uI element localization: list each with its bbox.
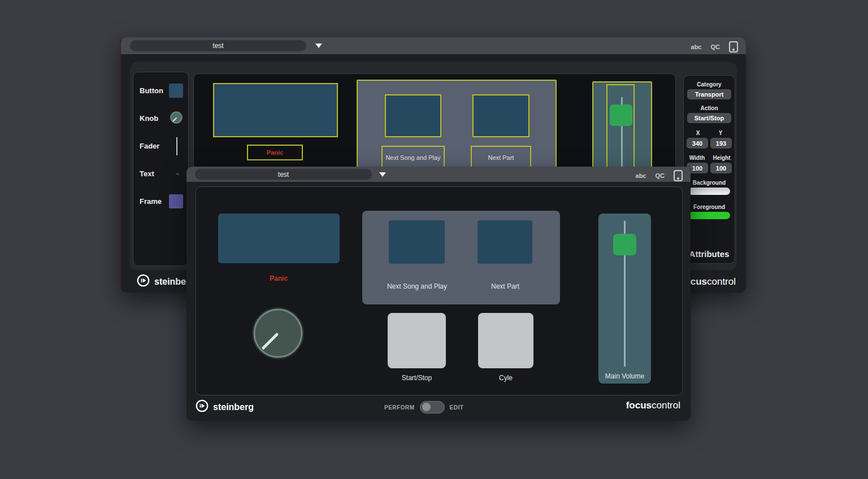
preset-dropdown[interactable]: test	[195, 169, 372, 180]
qc-button[interactable]: QC	[656, 172, 665, 179]
knob-element-icon	[170, 111, 183, 127]
palette-item-knob[interactable]: Knob	[133, 104, 188, 132]
mode-toggle-knob[interactable]	[422, 403, 431, 411]
next-part-label: Next Part	[488, 154, 514, 161]
next-part-button-element[interactable]	[472, 94, 530, 137]
product-name-bold: focus	[626, 400, 652, 411]
foreground-label: Foreground	[684, 204, 735, 210]
y-label: Y	[711, 130, 730, 136]
start-stop-label: Start/Stop	[376, 374, 457, 382]
perform-window: test abc QC Panic Next	[186, 167, 691, 421]
cycle-label: Cyle	[467, 374, 545, 382]
next-song-button-element[interactable]	[385, 94, 441, 137]
preset-name: test	[212, 42, 223, 50]
panic-text-element[interactable]: Panic	[247, 145, 303, 160]
frame-element-icon	[169, 194, 183, 208]
mode-toggle-switch[interactable]	[420, 401, 445, 413]
palette-item-button[interactable]: Button	[133, 77, 188, 104]
edit-mode-label: EDIT	[450, 404, 464, 411]
abc-button[interactable]: abc	[691, 43, 702, 50]
palette-label: Button	[140, 86, 163, 95]
panic-button[interactable]	[218, 214, 340, 263]
palette-item-fader[interactable]: Fader	[133, 132, 188, 160]
palette-item-text[interactable]: Text ~	[133, 160, 188, 188]
product-name-light: control	[707, 276, 736, 287]
perform-mode-label: PERFORM	[384, 404, 415, 411]
height-field[interactable]: 100	[710, 163, 732, 173]
element-palette: Button Knob Fader Text ~	[133, 72, 189, 266]
background-label: Background	[684, 180, 735, 186]
steinberg-logo-icon	[137, 274, 150, 289]
preset-dropdown[interactable]: test	[130, 40, 306, 51]
next-part-button[interactable]	[478, 220, 532, 264]
panic-label: Panic	[222, 275, 335, 282]
next-song-label: Next Song and Play	[368, 282, 466, 290]
focuscontrol-wordmark: focuscontrol	[626, 400, 680, 411]
foreground-color-swatch[interactable]	[688, 212, 730, 219]
device-icon[interactable]	[729, 41, 738, 53]
category-field[interactable]: Transport	[687, 89, 731, 99]
knob-control[interactable]	[251, 306, 305, 363]
product-name-light: control	[652, 400, 680, 411]
mode-toggle-group: PERFORM EDIT	[384, 401, 463, 413]
panic-button-element[interactable]	[213, 83, 338, 137]
width-label: Width	[684, 155, 710, 161]
attributes-title: Attributes	[684, 249, 735, 259]
palette-label: Frame	[140, 197, 162, 206]
button-element-icon	[169, 84, 183, 98]
perform-canvas: Panic Next Song and Play Next Part Start…	[196, 186, 683, 395]
text-element-icon: ~	[176, 171, 179, 177]
fader-handle[interactable]	[613, 234, 636, 255]
edit-titlebar[interactable]: test abc QC	[121, 37, 746, 54]
x-label: X	[688, 130, 708, 136]
palette-label: Knob	[140, 114, 158, 123]
y-field[interactable]: 193	[710, 138, 732, 149]
transport-frame: Next Song and Play Next Part	[362, 211, 560, 304]
fader-element-icon	[176, 137, 177, 155]
preset-name: test	[278, 171, 289, 178]
next-song-button[interactable]	[389, 220, 445, 264]
background-color-swatch[interactable]	[688, 188, 730, 195]
steinberg-logo-icon	[196, 399, 209, 415]
qc-button[interactable]: QC	[711, 43, 721, 50]
palette-item-frame[interactable]: Frame	[133, 188, 188, 215]
main-volume-label: Main Volume	[598, 372, 651, 380]
perform-titlebar[interactable]: test abc QC	[186, 167, 691, 182]
category-label: Category	[684, 81, 735, 88]
start-stop-button[interactable]	[388, 313, 446, 368]
action-field[interactable]: Start/Stop	[687, 113, 731, 123]
preset-dropdown-caret[interactable]	[315, 43, 322, 48]
steinberg-wordmark: steinberg	[213, 402, 254, 412]
steinberg-brand: steinberg	[196, 399, 254, 415]
next-part-label: Next Part	[460, 282, 550, 290]
palette-label: Fader	[140, 142, 159, 150]
palette-label: Text	[140, 169, 154, 178]
next-song-label: Next Song and Play	[385, 154, 440, 161]
attributes-panel: Category Transport Action Start/Stop X Y…	[683, 75, 735, 264]
panic-label: Panic	[267, 149, 283, 156]
height-label: Height	[709, 155, 735, 161]
device-icon[interactable]	[674, 170, 683, 181]
desktop-background: test abc QC Button Knob	[0, 0, 868, 479]
preset-dropdown-caret[interactable]	[379, 172, 386, 177]
action-label: Action	[684, 105, 735, 111]
abc-button[interactable]: abc	[636, 172, 646, 179]
cycle-button[interactable]	[478, 313, 533, 368]
x-field[interactable]: 340	[687, 138, 708, 149]
main-volume-fader[interactable]: Main Volume	[598, 214, 651, 384]
fader-handle[interactable]	[610, 104, 632, 126]
